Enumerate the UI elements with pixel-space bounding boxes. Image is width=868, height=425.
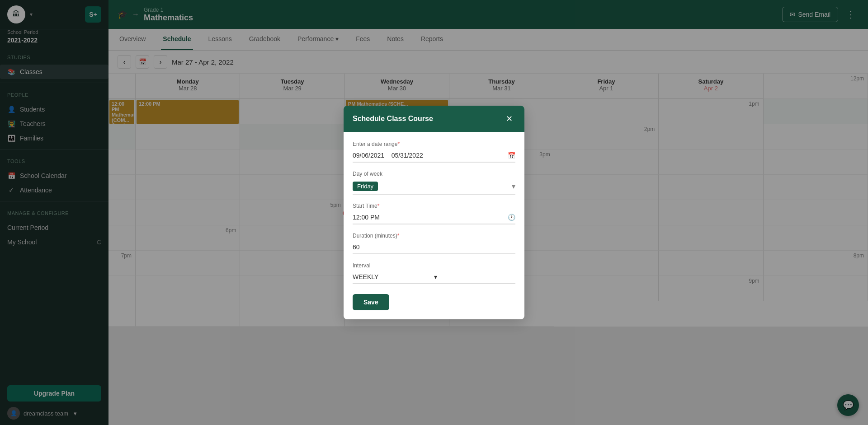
required-marker-2: * bbox=[377, 203, 380, 209]
start-time-label: Start Time* bbox=[353, 203, 515, 209]
interval-value: WEEKLY bbox=[353, 273, 434, 280]
date-picker-icon[interactable]: 📅 bbox=[508, 152, 515, 159]
duration-field: Duration (minutes)* bbox=[353, 233, 515, 254]
start-time-input-wrapper: 🕐 bbox=[353, 211, 515, 224]
start-time-field: Start Time* 🕐 bbox=[353, 203, 515, 224]
required-marker-3: * bbox=[397, 233, 400, 239]
start-time-input[interactable] bbox=[353, 214, 508, 221]
day-of-week-field: Day of week Friday ▾ bbox=[353, 171, 515, 195]
duration-label: Duration (minutes)* bbox=[353, 233, 515, 239]
interval-label: Interval bbox=[353, 262, 515, 269]
modal-close-button[interactable]: ✕ bbox=[503, 113, 515, 125]
date-range-input-wrapper: 📅 bbox=[353, 149, 515, 163]
modal-title: Schedule Class Course bbox=[353, 115, 433, 123]
day-of-week-label: Day of week bbox=[353, 171, 515, 177]
interval-arrow-icon: ▾ bbox=[434, 273, 515, 280]
day-badge: Friday bbox=[353, 182, 378, 191]
date-range-field: Enter a date range* 📅 bbox=[353, 141, 515, 163]
interval-select[interactable]: WEEKLY ▾ bbox=[353, 271, 515, 284]
duration-input-wrapper bbox=[353, 241, 515, 254]
interval-field: Interval WEEKLY ▾ bbox=[353, 262, 515, 284]
day-of-week-select[interactable]: Friday ▾ bbox=[353, 179, 515, 195]
modal-body: Enter a date range* 📅 Day of week Friday… bbox=[344, 132, 524, 319]
required-marker: * bbox=[397, 141, 400, 147]
duration-input[interactable] bbox=[353, 243, 515, 251]
date-range-label: Enter a date range* bbox=[353, 141, 515, 147]
modal-header: Schedule Class Course ✕ bbox=[344, 106, 524, 132]
modal-overlay[interactable]: Schedule Class Course ✕ Enter a date ran… bbox=[0, 0, 868, 425]
date-range-input[interactable] bbox=[353, 152, 508, 159]
time-picker-icon[interactable]: 🕐 bbox=[508, 214, 515, 221]
save-button[interactable]: Save bbox=[353, 294, 389, 310]
schedule-class-course-modal: Schedule Class Course ✕ Enter a date ran… bbox=[344, 106, 524, 319]
day-select-arrow-icon: ▾ bbox=[512, 182, 515, 191]
